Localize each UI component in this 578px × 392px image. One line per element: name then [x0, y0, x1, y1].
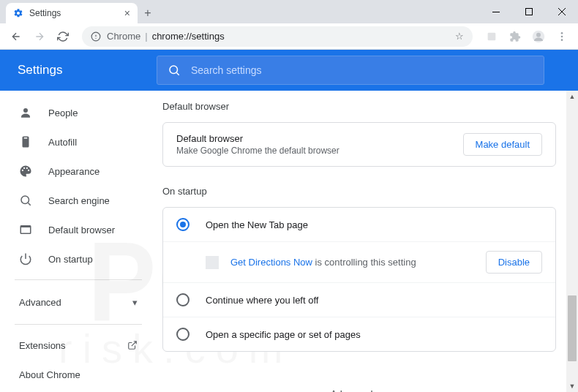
sidebar-item-appearance[interactable]: Appearance [0, 157, 157, 186]
palette-icon [19, 165, 32, 178]
browser-tab[interactable]: Settings × [6, 3, 138, 23]
sidebar-item-autofill[interactable]: Autofill [0, 127, 157, 157]
extension-controlling-notice: Get Directions Now is controlling this s… [163, 242, 555, 283]
advanced-toggle[interactable]: Advanced ▾ [162, 371, 556, 392]
sidebar-item-label: Appearance [48, 166, 100, 177]
close-window-button[interactable] [545, 0, 578, 23]
search-input[interactable] [191, 64, 533, 76]
magnify-icon [19, 194, 32, 207]
settings-sidebar: People Autofill Appearance Search engine… [0, 91, 157, 392]
tab-title: Settings [29, 8, 61, 18]
default-browser-title: Default browser [176, 133, 339, 144]
scroll-down-arrow-icon[interactable]: ▼ [566, 380, 578, 392]
power-icon [19, 252, 32, 265]
controlling-extension-text: is controlling this setting [312, 257, 416, 268]
clipboard-icon [19, 135, 32, 148]
svg-rect-5 [488, 32, 496, 40]
extension-icon[interactable] [481, 26, 502, 47]
sidebar-item-label: People [48, 108, 78, 118]
sidebar-item-on-startup[interactable]: On startup [0, 244, 157, 274]
sidebar-item-label: On startup [48, 254, 93, 265]
svg-rect-1 [525, 9, 532, 15]
sidebar-divider [15, 324, 142, 325]
extension-thumb-icon [206, 256, 219, 269]
sidebar-advanced-label: Advanced [19, 297, 61, 308]
search-settings-box[interactable] [157, 56, 544, 85]
section-heading-on-startup: On startup [162, 186, 556, 197]
svg-point-13 [23, 108, 28, 113]
default-browser-card: Default browser Make Google Chrome the d… [162, 122, 556, 167]
forward-button[interactable] [29, 26, 50, 47]
settings-gear-icon [13, 8, 23, 18]
sidebar-about-link[interactable]: About Chrome [0, 360, 157, 389]
browser-toolbar: Chrome | chrome://settings ☆ [0, 23, 578, 50]
chevron-down-icon: ▾ [383, 388, 388, 392]
page-title: Settings [18, 63, 157, 78]
svg-point-4 [95, 37, 96, 38]
extensions-puzzle-icon[interactable] [505, 26, 525, 47]
sidebar-item-default-browser[interactable]: Default browser [0, 215, 157, 244]
settings-main: Default browser Default browser Make Goo… [157, 91, 578, 392]
new-tab-button[interactable]: + [138, 3, 158, 23]
url-separator: | [145, 31, 147, 42]
svg-point-10 [561, 39, 563, 41]
sidebar-item-people[interactable]: People [0, 98, 157, 127]
svg-rect-0 [492, 12, 500, 12]
controlling-extension-link[interactable]: Get Directions Now [230, 257, 312, 268]
vertical-scrollbar[interactable]: ▲ ▼ [566, 91, 578, 392]
profile-avatar-icon[interactable] [528, 26, 549, 47]
svg-line-15 [28, 203, 30, 205]
sidebar-item-label: Default browser [48, 225, 115, 235]
svg-point-8 [561, 32, 563, 34]
window-controls [479, 0, 578, 23]
bookmark-star-icon[interactable]: ☆ [455, 31, 464, 42]
sidebar-extensions-link[interactable]: Extensions [0, 331, 157, 360]
svg-point-11 [170, 66, 178, 74]
address-bar[interactable]: Chrome | chrome://settings ☆ [82, 26, 473, 47]
make-default-button[interactable]: Make default [463, 133, 542, 156]
svg-point-9 [561, 35, 563, 37]
url-chip: Chrome [107, 31, 140, 42]
radio-unchecked-icon [176, 328, 189, 341]
default-browser-subtitle: Make Google Chrome the default browser [176, 146, 339, 156]
radio-checked-icon [176, 218, 189, 231]
sidebar-item-label: Search engine [48, 195, 110, 206]
disable-extension-button[interactable]: Disable [486, 251, 542, 274]
sidebar-link-label: About Chrome [19, 369, 80, 380]
browser-window-icon [19, 223, 32, 236]
url-text: chrome://settings [152, 31, 225, 42]
back-button[interactable] [6, 26, 26, 47]
menu-dots-icon[interactable] [552, 26, 572, 47]
reload-button[interactable] [53, 26, 73, 47]
sidebar-link-label: Extensions [19, 340, 66, 351]
svg-point-7 [536, 32, 541, 37]
window-titlebar: Settings × + [0, 0, 578, 23]
startup-option-newtab[interactable]: Open the New Tab page [163, 208, 555, 242]
sidebar-item-search-engine[interactable]: Search engine [0, 186, 157, 215]
radio-label: Open a specific page or set of pages [206, 329, 361, 340]
startup-option-specific[interactable]: Open a specific page or set of pages [163, 317, 555, 351]
external-link-icon [127, 340, 138, 350]
svg-point-14 [21, 196, 29, 204]
person-icon [19, 106, 32, 119]
sidebar-divider [15, 279, 142, 280]
radio-label: Continue where you left off [206, 295, 318, 306]
scroll-up-arrow-icon[interactable]: ▲ [566, 91, 578, 102]
site-info-icon [91, 31, 101, 42]
section-heading-default-browser: Default browser [162, 101, 556, 112]
chevron-down-icon: ▾ [132, 297, 138, 308]
maximize-button[interactable] [512, 0, 545, 23]
settings-header: Settings [0, 50, 578, 91]
sidebar-advanced-toggle[interactable]: Advanced ▾ [0, 286, 157, 318]
advanced-label: Advanced [331, 388, 373, 392]
startup-option-continue[interactable]: Continue where you left off [163, 283, 555, 317]
on-startup-card: Open the New Tab page Get Directions Now… [162, 207, 556, 352]
search-icon [168, 64, 181, 77]
scroll-thumb[interactable] [568, 295, 577, 361]
svg-line-12 [176, 72, 179, 75]
sidebar-item-label: Autofill [48, 137, 77, 148]
close-tab-icon[interactable]: × [124, 7, 130, 19]
radio-label: Open the New Tab page [206, 219, 308, 230]
radio-unchecked-icon [176, 293, 189, 306]
minimize-button[interactable] [479, 0, 512, 23]
